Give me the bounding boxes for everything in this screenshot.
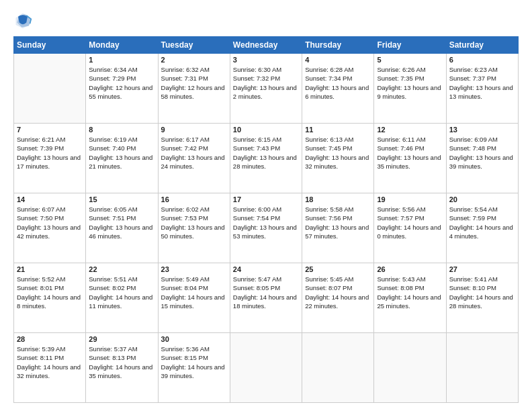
calendar-cell: 10Sunrise: 6:15 AMSunset: 7:43 PMDayligh…	[230, 124, 302, 193]
day-info: Sunrise: 6:05 AMSunset: 7:51 PMDaylight:…	[89, 205, 154, 240]
calendar-cell: 25Sunrise: 5:45 AMSunset: 8:07 PMDayligh…	[302, 263, 374, 333]
day-number: 26	[377, 265, 443, 273]
calendar-cell	[374, 333, 446, 403]
weekday-header: Thursday	[302, 37, 374, 54]
calendar-cell: 3Sunrise: 6:30 AMSunset: 7:32 PMDaylight…	[230, 54, 302, 124]
day-number: 8	[89, 126, 154, 134]
calendar-cell: 22Sunrise: 5:51 AMSunset: 8:02 PMDayligh…	[86, 263, 158, 333]
calendar-cell	[302, 333, 374, 403]
calendar-cell: 14Sunrise: 6:07 AMSunset: 7:50 PMDayligh…	[14, 193, 86, 263]
weekday-header-row: SundayMondayTuesdayWednesdayThursdayFrid…	[14, 37, 519, 54]
day-info: Sunrise: 6:28 AMSunset: 7:34 PMDaylight:…	[305, 65, 371, 101]
day-number: 15	[89, 195, 154, 203]
calendar-cell: 9Sunrise: 6:17 AMSunset: 7:42 PMDaylight…	[158, 124, 230, 193]
day-info: Sunrise: 6:30 AMSunset: 7:32 PMDaylight:…	[233, 65, 299, 101]
weekday-header: Monday	[86, 37, 158, 54]
calendar-cell: 7Sunrise: 6:21 AMSunset: 7:39 PMDaylight…	[14, 124, 86, 193]
day-info: Sunrise: 6:34 AMSunset: 7:29 PMDaylight:…	[89, 65, 154, 101]
day-info: Sunrise: 5:37 AMSunset: 8:13 PMDaylight:…	[89, 345, 154, 380]
calendar-cell: 23Sunrise: 5:49 AMSunset: 8:04 PMDayligh…	[158, 263, 230, 333]
day-info: Sunrise: 5:58 AMSunset: 7:56 PMDaylight:…	[305, 205, 371, 240]
calendar: SundayMondayTuesdayWednesdayThursdayFrid…	[13, 36, 519, 403]
day-number: 20	[449, 195, 515, 203]
calendar-cell: 12Sunrise: 6:11 AMSunset: 7:46 PMDayligh…	[374, 124, 446, 193]
calendar-cell: 21Sunrise: 5:52 AMSunset: 8:01 PMDayligh…	[14, 263, 86, 333]
calendar-week-row: 1Sunrise: 6:34 AMSunset: 7:29 PMDaylight…	[14, 54, 519, 124]
day-number: 9	[161, 126, 227, 134]
calendar-cell: 30Sunrise: 5:36 AMSunset: 8:15 PMDayligh…	[158, 333, 230, 403]
day-info: Sunrise: 5:56 AMSunset: 7:57 PMDaylight:…	[377, 205, 443, 240]
day-info: Sunrise: 5:49 AMSunset: 8:04 PMDaylight:…	[161, 275, 227, 310]
logo	[13, 11, 35, 30]
calendar-week-row: 7Sunrise: 6:21 AMSunset: 7:39 PMDaylight…	[14, 124, 519, 193]
day-info: Sunrise: 5:54 AMSunset: 7:59 PMDaylight:…	[449, 205, 515, 240]
calendar-week-row: 14Sunrise: 6:07 AMSunset: 7:50 PMDayligh…	[14, 193, 519, 263]
calendar-cell	[446, 333, 518, 403]
day-number: 13	[449, 126, 515, 134]
day-number: 12	[377, 126, 443, 134]
weekday-header: Wednesday	[230, 37, 302, 54]
weekday-header: Saturday	[446, 37, 518, 54]
day-info: Sunrise: 6:13 AMSunset: 7:45 PMDaylight:…	[305, 135, 371, 171]
day-number: 3	[233, 56, 299, 64]
day-number: 11	[305, 126, 371, 134]
calendar-cell: 29Sunrise: 5:37 AMSunset: 8:13 PMDayligh…	[86, 333, 158, 403]
day-number: 24	[233, 265, 299, 273]
day-info: Sunrise: 6:11 AMSunset: 7:46 PMDaylight:…	[377, 135, 443, 171]
calendar-cell: 16Sunrise: 6:02 AMSunset: 7:53 PMDayligh…	[158, 193, 230, 263]
day-info: Sunrise: 5:41 AMSunset: 8:10 PMDaylight:…	[449, 275, 515, 310]
weekday-header: Friday	[374, 37, 446, 54]
day-info: Sunrise: 6:21 AMSunset: 7:39 PMDaylight:…	[17, 135, 83, 171]
day-info: Sunrise: 6:15 AMSunset: 7:43 PMDaylight:…	[233, 135, 299, 171]
day-number: 5	[377, 56, 443, 64]
day-number: 7	[17, 126, 83, 134]
calendar-cell: 8Sunrise: 6:19 AMSunset: 7:40 PMDaylight…	[86, 124, 158, 193]
calendar-cell: 18Sunrise: 5:58 AMSunset: 7:56 PMDayligh…	[302, 193, 374, 263]
day-number: 22	[89, 265, 154, 273]
calendar-week-row: 21Sunrise: 5:52 AMSunset: 8:01 PMDayligh…	[14, 263, 519, 333]
day-number: 17	[233, 195, 299, 203]
weekday-header: Sunday	[14, 37, 86, 54]
calendar-cell: 28Sunrise: 5:39 AMSunset: 8:11 PMDayligh…	[14, 333, 86, 403]
day-number: 21	[17, 265, 83, 273]
calendar-cell: 17Sunrise: 6:00 AMSunset: 7:54 PMDayligh…	[230, 193, 302, 263]
day-info: Sunrise: 5:45 AMSunset: 8:07 PMDaylight:…	[305, 275, 371, 310]
logo-icon	[13, 11, 32, 30]
day-number: 10	[233, 126, 299, 134]
day-info: Sunrise: 6:07 AMSunset: 7:50 PMDaylight:…	[17, 205, 83, 240]
calendar-cell: 27Sunrise: 5:41 AMSunset: 8:10 PMDayligh…	[446, 263, 518, 333]
day-info: Sunrise: 6:19 AMSunset: 7:40 PMDaylight:…	[89, 135, 154, 171]
page: SundayMondayTuesdayWednesdayThursdayFrid…	[0, 0, 532, 411]
day-info: Sunrise: 6:09 AMSunset: 7:48 PMDaylight:…	[449, 135, 515, 171]
day-info: Sunrise: 6:26 AMSunset: 7:35 PMDaylight:…	[377, 65, 443, 101]
day-number: 23	[161, 265, 227, 273]
day-number: 19	[377, 195, 443, 203]
day-info: Sunrise: 5:47 AMSunset: 8:05 PMDaylight:…	[233, 275, 299, 310]
day-number: 14	[17, 195, 83, 203]
day-number: 30	[161, 335, 227, 343]
day-info: Sunrise: 6:17 AMSunset: 7:42 PMDaylight:…	[161, 135, 227, 171]
day-number: 2	[161, 56, 227, 64]
day-number: 16	[161, 195, 227, 203]
day-number: 18	[305, 195, 371, 203]
day-number: 4	[305, 56, 371, 64]
day-info: Sunrise: 6:02 AMSunset: 7:53 PMDaylight:…	[161, 205, 227, 240]
calendar-cell: 2Sunrise: 6:32 AMSunset: 7:31 PMDaylight…	[158, 54, 230, 124]
calendar-cell: 26Sunrise: 5:43 AMSunset: 8:08 PMDayligh…	[374, 263, 446, 333]
header	[13, 11, 519, 30]
calendar-cell	[14, 54, 86, 124]
calendar-cell: 6Sunrise: 6:23 AMSunset: 7:37 PMDaylight…	[446, 54, 518, 124]
calendar-cell: 1Sunrise: 6:34 AMSunset: 7:29 PMDaylight…	[86, 54, 158, 124]
day-info: Sunrise: 5:52 AMSunset: 8:01 PMDaylight:…	[17, 275, 83, 310]
day-info: Sunrise: 5:36 AMSunset: 8:15 PMDaylight:…	[161, 345, 227, 380]
day-number: 25	[305, 265, 371, 273]
day-info: Sunrise: 5:43 AMSunset: 8:08 PMDaylight:…	[377, 275, 443, 310]
day-number: 28	[17, 335, 83, 343]
calendar-cell: 13Sunrise: 6:09 AMSunset: 7:48 PMDayligh…	[446, 124, 518, 193]
calendar-cell	[230, 333, 302, 403]
day-number: 6	[449, 56, 515, 64]
day-info: Sunrise: 6:00 AMSunset: 7:54 PMDaylight:…	[233, 205, 299, 240]
day-info: Sunrise: 6:32 AMSunset: 7:31 PMDaylight:…	[161, 65, 227, 101]
day-info: Sunrise: 5:39 AMSunset: 8:11 PMDaylight:…	[17, 345, 83, 380]
day-number: 1	[89, 56, 154, 64]
